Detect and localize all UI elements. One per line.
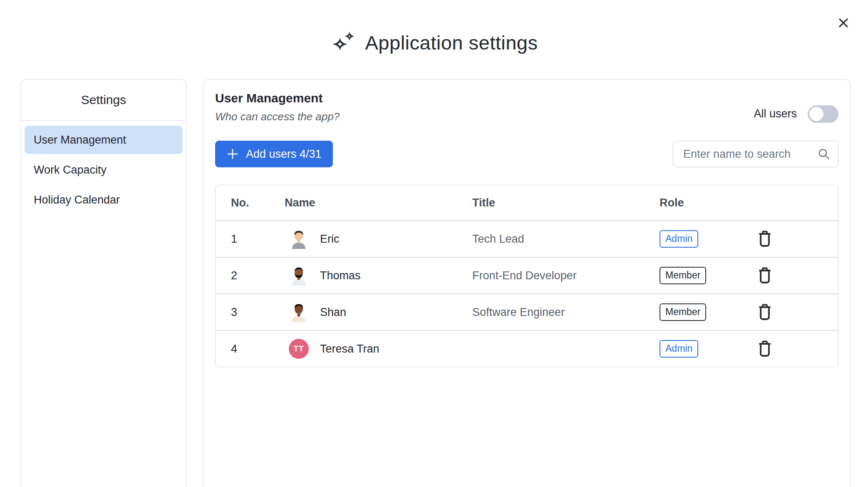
- all-users-label: All users: [754, 107, 797, 120]
- section-title: User Management: [215, 91, 340, 105]
- search-input[interactable]: [683, 148, 817, 161]
- section-subtitle: Who can access the app?: [215, 110, 340, 123]
- user-name: Thomas: [320, 269, 361, 282]
- settings-sidebar: Settings User Management Work Capacity H…: [21, 79, 186, 487]
- user-title: Tech Lead: [457, 233, 644, 246]
- avatar: [289, 266, 309, 286]
- add-users-label: Add users 4/31: [246, 148, 322, 161]
- role-badge[interactable]: Member: [660, 267, 706, 284]
- sidebar-item-work-capacity[interactable]: Work Capacity: [25, 156, 183, 184]
- sidebar-title: Settings: [21, 80, 186, 121]
- user-name: Eric: [320, 233, 340, 246]
- table-header-row: No. Name Title Role: [216, 185, 838, 220]
- sidebar-item-label: User Management: [34, 134, 126, 147]
- row-number: 3: [216, 306, 270, 319]
- row-number: 1: [216, 233, 270, 246]
- column-header-title: Title: [457, 196, 644, 209]
- column-header-no: No.: [216, 196, 270, 209]
- trash-icon: [756, 303, 774, 321]
- user-name: Shan: [320, 306, 346, 319]
- user-management-panel: User Management Who can access the app? …: [203, 79, 851, 487]
- user-title: Software Engineer: [457, 306, 644, 319]
- sidebar-item-holiday-calendar[interactable]: Holiday Calendar: [25, 186, 183, 214]
- table-row: 1 Eric Tech Lead Admin: [216, 220, 838, 257]
- users-table: No. Name Title Role 1 Eric: [215, 185, 838, 367]
- sidebar-item-user-management[interactable]: User Management: [25, 126, 183, 154]
- delete-user-button[interactable]: [755, 266, 774, 285]
- search-box: [673, 141, 838, 167]
- dialog-header: Application settings: [0, 0, 868, 56]
- all-users-toggle[interactable]: [808, 105, 838, 123]
- sparkles-icon: [330, 29, 357, 56]
- role-badge[interactable]: Admin: [660, 230, 698, 248]
- table-row: 4 TT Teresa Tran Admin: [216, 330, 838, 367]
- delete-user-button[interactable]: [755, 229, 774, 248]
- trash-icon: [756, 340, 774, 358]
- role-badge[interactable]: Member: [660, 303, 706, 321]
- plus-icon: [226, 148, 239, 160]
- table-row: 2 Thomas Front-End Developer Member: [216, 257, 838, 293]
- row-number: 2: [216, 269, 270, 282]
- table-row: 3 Shan Software Engineer Member: [216, 293, 838, 330]
- column-header-role: Role: [644, 196, 736, 209]
- user-title: Front-End Developer: [457, 269, 644, 282]
- sidebar-item-label: Work Capacity: [34, 164, 107, 176]
- toggle-knob: [809, 107, 823, 121]
- avatar: TT: [289, 339, 309, 359]
- avatar: [289, 302, 309, 322]
- delete-user-button[interactable]: [755, 339, 774, 358]
- sidebar-nav: User Management Work Capacity Holiday Ca…: [21, 121, 186, 221]
- trash-icon: [756, 230, 774, 248]
- avatar: [289, 229, 309, 249]
- search-icon: [817, 147, 831, 161]
- row-number: 4: [216, 343, 270, 355]
- add-users-button[interactable]: Add users 4/31: [215, 141, 333, 167]
- close-button[interactable]: [836, 15, 851, 31]
- sidebar-item-label: Holiday Calendar: [34, 194, 120, 206]
- column-header-name: Name: [270, 196, 457, 209]
- close-icon: [837, 17, 850, 29]
- page-title: Application settings: [365, 31, 538, 54]
- role-badge[interactable]: Admin: [660, 340, 698, 358]
- delete-user-button[interactable]: [755, 303, 774, 322]
- user-name: Teresa Tran: [320, 343, 379, 355]
- trash-icon: [756, 266, 774, 285]
